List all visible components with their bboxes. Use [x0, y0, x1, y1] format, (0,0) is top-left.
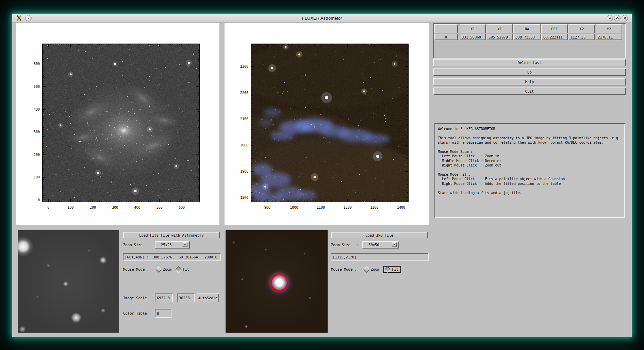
svg-text:300: 300	[34, 130, 40, 134]
svg-text:300: 300	[112, 206, 118, 209]
fits-zoom-size-dropdown[interactable]: 25x25	[155, 241, 190, 249]
fits-plot-panel: 01002003004005006000100200300400500600	[16, 23, 219, 225]
image-scale-min-field[interactable]: 6932.0	[155, 293, 173, 302]
do-button[interactable]: Do	[433, 68, 626, 76]
window-title: FLUXER Astrometor	[12, 16, 632, 21]
svg-text:400: 400	[34, 108, 40, 111]
svg-text:500: 500	[34, 85, 40, 89]
header-cell-dec: DEC	[541, 24, 568, 33]
x1-cell: 331.58060	[460, 34, 486, 40]
image-scale-max-field[interactable]: 30253.	[177, 293, 195, 302]
fits-fit-radio[interactable]	[175, 266, 181, 272]
results-table: X1 Y1 RA DEC X2 Y2 0 331.58060 585.52979…	[433, 23, 626, 59]
dec-cell: 60.222111	[541, 34, 568, 40]
load-fits-button[interactable]: Load Fits File with Astrometry	[123, 232, 220, 238]
header-cell-x1: X1	[460, 24, 486, 33]
table-header-row: X1 Y1 RA DEC X2 Y2	[434, 24, 625, 33]
svg-text:1300: 1300	[370, 206, 378, 209]
x2-cell: 1127.35	[568, 34, 595, 40]
svg-text:0: 0	[38, 198, 40, 202]
jpg-zoom-size-value: 50x50	[368, 243, 379, 247]
header-cell-index	[434, 24, 458, 33]
dropdown-arrow-icon	[392, 242, 397, 247]
svg-text:2200: 2200	[240, 91, 248, 95]
jpg-zoom-radio-label: Zoom	[371, 267, 379, 271]
jpg-zoom-preview	[226, 230, 328, 333]
dropdown-arrow-icon	[183, 242, 187, 247]
image-scale-min-value: 6932.0	[157, 296, 170, 300]
jpg-fit-radio[interactable]	[384, 266, 391, 272]
jpg-coordinate-value: [1125,2178]	[333, 255, 357, 259]
window-maximize-button[interactable]	[614, 15, 621, 21]
fit-marker-circle	[270, 273, 288, 292]
svg-text:400: 400	[134, 206, 140, 209]
table-row[interactable]: 0 331.58060 585.52979 308.73333 60.22211…	[434, 34, 625, 40]
delete-last-button[interactable]: Delete Last	[433, 59, 626, 66]
color-table-value: 0	[157, 312, 159, 316]
svg-text:500: 500	[156, 206, 163, 209]
fits-mouse-mode-label: Mouse Mode :	[123, 267, 149, 271]
svg-text:1800: 1800	[240, 196, 248, 200]
fits-coordinate-field[interactable]: [601,496] : 308.57676, 60.201664 2000.0	[123, 253, 221, 261]
fits-zoom-preview	[18, 230, 119, 333]
svg-text:100: 100	[34, 175, 40, 179]
fits-mouse-mode-row: Mouse Mode : Zoom Fit	[123, 266, 189, 272]
quit-button[interactable]: Quit	[433, 88, 626, 95]
svg-text:0: 0	[47, 206, 49, 209]
info-textbox[interactable]: Welcome to FLUXER_ASTROMETOR This tool a…	[434, 123, 625, 218]
header-cell-y1: Y1	[486, 24, 513, 33]
close-icon	[623, 16, 627, 20]
color-table-label: Color Table :	[123, 311, 151, 315]
jpg-zoom-radio[interactable]	[363, 266, 369, 272]
fits-fit-radio-label: Fit	[183, 267, 189, 271]
fluxer-astrometor-window: FLUXER Astrometor 01002003004005006000	[12, 14, 632, 337]
fits-zoom-radio[interactable]	[155, 266, 162, 272]
svg-text:1200: 1200	[344, 206, 352, 209]
fits-plot[interactable]: 01002003004005006000100200300400500600	[16, 23, 219, 225]
svg-text:1100: 1100	[317, 206, 325, 209]
chevron-down-icon	[608, 16, 612, 20]
ra-cell: 308.73333	[513, 34, 541, 40]
y2-cell: 2176.11	[596, 34, 622, 40]
svg-text:1900: 1900	[240, 170, 248, 173]
svg-text:200: 200	[90, 206, 96, 209]
fits-zoom-radio-label: Zoom	[163, 267, 171, 271]
window-shade-button[interactable]	[607, 15, 613, 21]
jpg-plot[interactable]: 9001000110012001300140018001900200021002…	[225, 23, 429, 225]
svg-text:1400: 1400	[397, 206, 405, 209]
svg-text:100: 100	[68, 206, 74, 209]
header-cell-y2: Y2	[596, 24, 622, 33]
fits-zoom-size-label: Zoom Size :	[123, 243, 151, 247]
desktop: FLUXER Astrometor 01002003004005006000	[0, 0, 644, 350]
header-cell-x2: X2	[568, 24, 595, 33]
svg-text:1000: 1000	[290, 206, 298, 209]
header-cell-ra: RA	[513, 24, 541, 33]
jpg-mouse-mode-row: Mouse Mode : Zoom Fit	[331, 266, 401, 273]
svg-text:600: 600	[179, 206, 185, 209]
jpg-zoom-size-dropdown[interactable]: 50x50	[362, 241, 399, 249]
jpg-plot-panel: 9001000110012001300140018001900200021002…	[225, 23, 429, 225]
fits-coordinate-value: [601,496] : 308.57676, 60.201664 2000.0	[125, 255, 217, 259]
svg-text:2000: 2000	[240, 143, 248, 147]
svg-text:600: 600	[34, 62, 40, 66]
jpg-fit-radio-label: Fit	[392, 267, 398, 271]
help-button[interactable]: Help	[433, 78, 626, 85]
autoscale-button[interactable]: AutoScale	[197, 293, 219, 302]
chevron-up-icon	[615, 16, 620, 20]
row-index-cell: 0	[434, 34, 458, 40]
jpg-coordinate-field[interactable]: [1125,2178]	[331, 253, 429, 261]
jpg-zoom-size-label: Zoom Size :	[331, 243, 359, 247]
svg-text:200: 200	[34, 153, 40, 157]
jpg-mouse-mode-label: Mouse Mode :	[331, 267, 357, 271]
svg-text:2100: 2100	[240, 117, 248, 121]
window-close-button[interactable]	[622, 15, 628, 21]
title-bar[interactable]: FLUXER Astrometor	[12, 14, 632, 23]
svg-text:2300: 2300	[240, 65, 248, 68]
svg-text:900: 900	[264, 206, 270, 209]
load-jpg-button[interactable]: Load JPG File	[331, 232, 428, 238]
color-table-field[interactable]: 0	[155, 309, 171, 318]
y1-cell: 585.52979	[486, 34, 513, 40]
image-scale-label: Image Scale :	[123, 296, 151, 300]
jpg-fit-focus-box[interactable]: Fit	[383, 266, 401, 273]
fits-zoom-size-value: 25x25	[161, 243, 172, 247]
